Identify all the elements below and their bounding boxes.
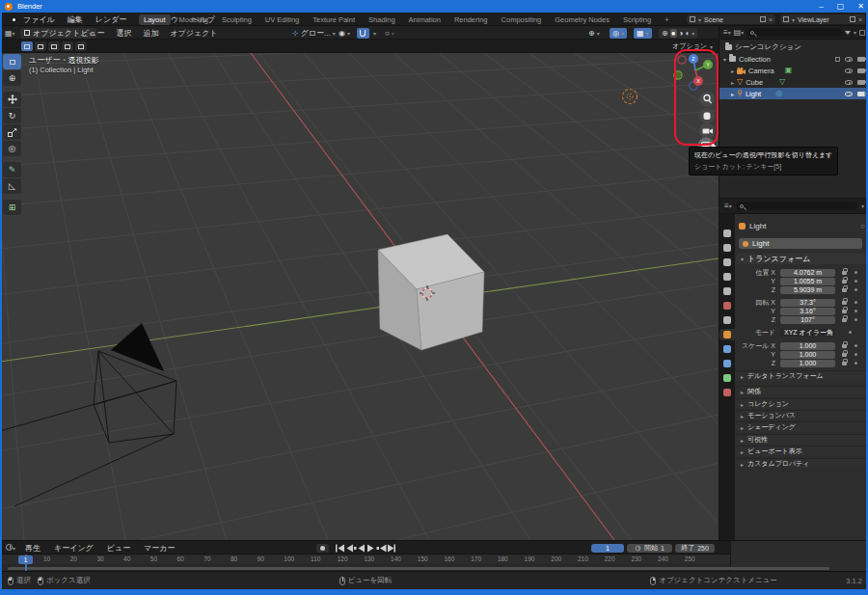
value-field[interactable]: 1.000: [780, 342, 835, 350]
unlink-scene-icon[interactable]: ×: [769, 16, 773, 23]
panel-シェーディング[interactable]: ▸シェーディング: [736, 421, 868, 432]
xray-toggle[interactable]: ▦▾: [634, 28, 652, 39]
tmenu-ビュー[interactable]: ビュー: [81, 28, 104, 39]
lock-icon[interactable]: [842, 280, 847, 284]
wireframe-shading-icon[interactable]: ⊕: [662, 29, 668, 38]
animate-dot[interactable]: [854, 280, 857, 283]
value-field[interactable]: 107°: [780, 316, 835, 324]
new-viewlayer-icon[interactable]: [850, 16, 855, 22]
playhead-frame-label[interactable]: 1: [18, 555, 33, 564]
3d-viewport[interactable]: Z Y X ユーザー・透視投影 (1) Collection | Light: [0, 53, 719, 540]
tab-render[interactable]: [721, 242, 733, 254]
ws-texture-paint[interactable]: Texture Paint: [308, 14, 360, 25]
expand-icon[interactable]: ▸: [731, 79, 734, 86]
ws-shading[interactable]: Shading: [364, 14, 400, 25]
value-field[interactable]: 5.9039 m: [780, 286, 835, 294]
cube-object[interactable]: [378, 234, 484, 350]
ws-compositing[interactable]: Compositing: [497, 14, 547, 25]
disable-render-icon[interactable]: [857, 68, 865, 73]
panel-デルタトランスフォーム[interactable]: ▸デルタトランスフォーム: [736, 370, 868, 381]
shading-dropdown-icon[interactable]: ▾: [692, 30, 694, 37]
editor-type-icon[interactable]: ≡▾: [723, 28, 731, 37]
filter-icon[interactable]: [845, 31, 851, 35]
tab-object-properties[interactable]: [719, 329, 735, 340]
timeline-ruler[interactable]: 1020304050607080901001101201301401501601…: [0, 554, 730, 564]
tab-texture[interactable]: [721, 387, 733, 398]
tmenu-編集[interactable]: 編集: [68, 14, 83, 25]
animate-dot[interactable]: [854, 353, 857, 356]
tmenu-ファイル[interactable]: ファイル: [23, 14, 55, 25]
tool-scale[interactable]: [3, 124, 21, 140]
outliner-row-cube[interactable]: ▸ ▽ Cube ▽: [719, 76, 868, 88]
tab-scene[interactable]: [721, 285, 733, 297]
remove-viewlayer-icon[interactable]: ×: [858, 16, 862, 23]
material-shading-icon[interactable]: ◑: [679, 29, 684, 38]
pivot-point-dropdown[interactable]: ◉▾: [336, 28, 353, 39]
expand-icon[interactable]: ▾: [723, 56, 726, 63]
select-mode-subtract[interactable]: [48, 41, 60, 51]
tab-world[interactable]: [721, 300, 733, 311]
gizmo-z-ball[interactable]: [689, 54, 698, 64]
properties-search-input[interactable]: [736, 202, 857, 210]
snap-toggle[interactable]: [357, 28, 369, 39]
tool-cursor[interactable]: ⊕: [3, 70, 21, 86]
lock-icon[interactable]: [842, 353, 847, 357]
panel-可視性[interactable]: ▸可視性: [736, 434, 868, 445]
snap-settings-dropdown[interactable]: ▾: [370, 28, 379, 39]
lock-icon[interactable]: [842, 310, 847, 313]
value-field[interactable]: 1.0055 m: [780, 278, 835, 285]
disable-render-icon[interactable]: [857, 57, 865, 62]
select-mode-intersect[interactable]: [75, 41, 87, 51]
disable-render-icon[interactable]: [857, 80, 865, 85]
ws-+[interactable]: +: [660, 14, 673, 25]
tool-measure[interactable]: ◺: [3, 178, 21, 194]
gizmo-x-ball[interactable]: [693, 76, 703, 86]
ws-animation[interactable]: Animation: [404, 14, 446, 25]
rendered-shading-icon[interactable]: ◐: [685, 29, 690, 38]
ws-layout[interactable]: Layout: [139, 14, 171, 25]
chevron-down-icon[interactable]: ▾: [861, 203, 864, 209]
ws-modeling[interactable]: Modeling: [175, 14, 213, 25]
value-field[interactable]: 4.0762 m: [780, 269, 835, 277]
disable-render-icon[interactable]: [857, 92, 865, 96]
expand-icon[interactable]: ▸: [731, 68, 734, 74]
tool-select-box[interactable]: [3, 54, 21, 69]
select-mode-extend[interactable]: [35, 41, 46, 51]
tab-object-data[interactable]: [721, 372, 733, 384]
hide-eye-icon[interactable]: [845, 80, 853, 85]
tmenu-ビュー[interactable]: ビュー: [107, 543, 130, 554]
hide-eye-icon[interactable]: [845, 92, 853, 96]
tmenu-オブジェクト[interactable]: オブジェクト: [170, 28, 217, 39]
lock-icon[interactable]: [842, 344, 847, 348]
editor-type-icon[interactable]: ▾: [6, 544, 15, 553]
outliner-search-input[interactable]: [746, 28, 842, 37]
new-scene-icon[interactable]: [760, 16, 766, 22]
playback-controls[interactable]: [336, 544, 395, 553]
tool-rotate[interactable]: ↻: [3, 108, 21, 123]
tool-add-cube[interactable]: ⊞: [3, 200, 21, 215]
viewlayer-selector[interactable]: ▾ ViewLayer ×: [780, 14, 865, 24]
editor-type-icon[interactable]: ≡▾: [724, 202, 732, 210]
close-button[interactable]: ✕: [857, 2, 864, 11]
gizmo-y-ball[interactable]: [703, 60, 713, 69]
hide-eye-icon[interactable]: [845, 57, 853, 62]
animate-dot[interactable]: [854, 301, 857, 304]
outliner-row-camera[interactable]: ▸ Camera ▣: [719, 65, 868, 76]
tool-move[interactable]: [3, 92, 21, 107]
animate-dot[interactable]: [854, 318, 857, 321]
lock-icon[interactable]: [842, 318, 847, 322]
select-mode-invert[interactable]: [62, 41, 73, 51]
tool-annotate[interactable]: ✎: [3, 162, 21, 177]
animate-dot[interactable]: [854, 362, 857, 365]
proportional-editing-toggle[interactable]: ○▾: [382, 28, 397, 39]
solid-shading-icon[interactable]: ●: [670, 29, 677, 38]
timeline-scrollbar[interactable]: [8, 567, 829, 570]
tmenu-再生[interactable]: 再生: [25, 543, 41, 554]
tab-output[interactable]: [721, 257, 733, 268]
camera-view-button[interactable]: [699, 123, 715, 139]
panel-カスタムプロパティ[interactable]: ▸カスタムプロパティ: [736, 458, 868, 469]
pan-button[interactable]: [699, 108, 715, 123]
frame-start-field[interactable]: 開始 1: [627, 544, 672, 553]
outliner-row-collection[interactable]: ▾ Collection: [719, 53, 868, 65]
lock-icon[interactable]: [842, 301, 847, 305]
